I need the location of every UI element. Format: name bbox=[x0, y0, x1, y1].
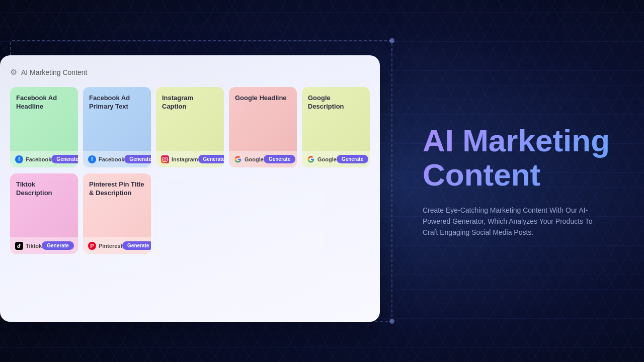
cards-row-1: Facebook Ad Headline f Facebook Generate… bbox=[10, 87, 370, 167]
generate-btn-pinterest[interactable]: Generate bbox=[122, 241, 151, 250]
card-title-tiktok: Tiktok Description bbox=[16, 180, 72, 198]
card-tiktok-description: Tiktok Description Tiktok Generate bbox=[10, 173, 78, 254]
card-footer-instagram: Instagram Generate bbox=[156, 151, 224, 167]
card-facebook-primary: Facebook Ad Primary Text f Facebook Gene… bbox=[83, 87, 151, 167]
panel-header-title: AI Marketing Content bbox=[21, 68, 88, 76]
platform-tiktok: Tiktok bbox=[15, 242, 42, 250]
platform-facebook-headline: f Facebook bbox=[15, 155, 51, 163]
platform-label-instagram: Instagram bbox=[172, 156, 198, 162]
right-panel: AI Marketing Content Create Eye-Catching… bbox=[397, 0, 644, 362]
card-title-facebook-headline: Facebook Ad Headline bbox=[16, 94, 72, 111]
facebook-icon: f bbox=[15, 155, 23, 163]
card-google-description: Google Description Google Generate bbox=[302, 87, 370, 167]
card-title-google-desc: Google Description bbox=[308, 94, 364, 111]
google-icon-2 bbox=[307, 155, 315, 163]
generate-btn-facebook-primary[interactable]: Generate bbox=[124, 155, 151, 163]
platform-label-google-desc: Google bbox=[317, 156, 337, 162]
platform-facebook-primary: f Facebook bbox=[88, 155, 124, 163]
platform-google-headline: Google bbox=[234, 155, 264, 163]
card-title-facebook-primary: Facebook Ad Primary Text bbox=[89, 94, 145, 111]
card-footer-facebook-headline: f Facebook Generate bbox=[10, 151, 78, 167]
right-title-line1: AI Marketing bbox=[423, 123, 610, 158]
card-title-pinterest: Pinterest Pin Title & Description bbox=[89, 180, 145, 198]
pinterest-icon: P bbox=[88, 242, 96, 250]
platform-label-facebook-headline: Facebook bbox=[26, 156, 51, 162]
google-icon bbox=[234, 155, 242, 163]
platform-pinterest: P Pinterest bbox=[88, 242, 122, 250]
platform-label-facebook-primary: Facebook bbox=[99, 156, 124, 162]
card-pinterest-pin: Pinterest Pin Title & Description P Pint… bbox=[83, 173, 151, 254]
panel-header: ⚙ AI Marketing Content bbox=[10, 67, 370, 77]
card-facebook-headline: Facebook Ad Headline f Facebook Generate bbox=[10, 87, 78, 167]
generate-btn-tiktok[interactable]: Generate bbox=[42, 241, 73, 250]
card-empty-1 bbox=[156, 173, 224, 254]
platform-label-pinterest: Pinterest bbox=[99, 243, 122, 249]
right-title-line2: Content bbox=[423, 157, 540, 192]
card-title-google-headline: Google Headline bbox=[235, 94, 291, 103]
right-description: Create Eye-Catching Marketing Content Wi… bbox=[423, 205, 604, 238]
generate-btn-google-headline[interactable]: Generate bbox=[264, 155, 295, 163]
left-panel: ⚙ AI Marketing Content Facebook Ad Headl… bbox=[0, 55, 380, 322]
card-instagram-caption: Instagram Caption Instagram Generate bbox=[156, 87, 224, 167]
generate-btn-instagram[interactable]: Generate bbox=[198, 155, 224, 163]
panel-header-icon: ⚙ bbox=[10, 67, 17, 77]
card-footer-google-desc: Google Generate bbox=[302, 151, 370, 167]
platform-label-google-headline: Google bbox=[245, 156, 264, 162]
tiktok-icon bbox=[15, 242, 23, 250]
card-empty-3 bbox=[302, 173, 370, 254]
card-footer-pinterest: P Pinterest Generate bbox=[83, 237, 151, 254]
right-title: AI Marketing Content bbox=[423, 124, 619, 192]
platform-label-tiktok: Tiktok bbox=[26, 243, 42, 249]
card-footer-facebook-primary: f Facebook Generate bbox=[83, 151, 151, 167]
card-google-headline: Google Headline Google Generate bbox=[229, 87, 297, 167]
generate-btn-google-desc[interactable]: Generate bbox=[337, 155, 368, 163]
platform-google-desc: Google bbox=[307, 155, 337, 163]
card-empty-2 bbox=[229, 173, 297, 254]
cards-row-2: Tiktok Description Tiktok Generate Pinte… bbox=[10, 173, 370, 254]
generate-btn-facebook-headline[interactable]: Generate bbox=[51, 155, 78, 163]
platform-instagram: Instagram bbox=[161, 155, 198, 163]
instagram-icon bbox=[161, 155, 169, 163]
card-title-instagram: Instagram Caption bbox=[162, 94, 218, 111]
card-footer-google-headline: Google Generate bbox=[229, 151, 297, 167]
card-footer-tiktok: Tiktok Generate bbox=[10, 237, 78, 254]
facebook-icon-2: f bbox=[88, 155, 96, 163]
